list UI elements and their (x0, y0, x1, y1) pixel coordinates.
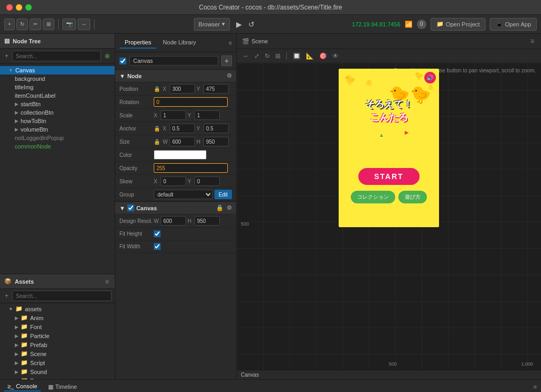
asset-item-font[interactable]: ▶ 📁 Font (0, 322, 115, 331)
rotation-input[interactable] (154, 97, 228, 107)
size-w-input[interactable] (170, 137, 195, 146)
scene-tool-7[interactable]: 🎯 (318, 51, 329, 61)
asset-item-scene[interactable]: ▶ 📁 Scene (0, 349, 115, 358)
scene-menu-btn[interactable]: ≡ (529, 37, 536, 45)
tree-item-startbtn[interactable]: ▶ startBtn (0, 100, 115, 108)
fit-height-checkbox[interactable] (154, 230, 161, 237)
gear-icon[interactable]: ⚙ (227, 204, 232, 211)
design-resol-inputs: W H (154, 216, 232, 226)
sound-button[interactable]: 🔊 (424, 72, 436, 83)
assets-toolbar: + (0, 289, 115, 303)
tree-item-volumebtn[interactable]: ▶ volumeBtn (0, 125, 115, 134)
grid-btn[interactable]: ⊞ (43, 18, 54, 30)
camera-btn[interactable]: 📷 (62, 18, 76, 30)
node-tree-search[interactable] (12, 51, 101, 61)
color-swatch[interactable] (154, 150, 207, 160)
skew-x-input[interactable] (161, 176, 186, 186)
y-label: Y (197, 86, 202, 92)
add-component-button[interactable]: + (221, 55, 232, 66)
refresh-btn[interactable]: ↻ (16, 18, 28, 30)
scene-tool-4[interactable]: ⊞ (274, 51, 282, 61)
move-btn[interactable]: ↔ (78, 18, 90, 30)
scene-tool-6[interactable]: 📐 (304, 51, 315, 61)
node-tree-header: ▤ Node Tree (0, 34, 115, 49)
gear-icon[interactable]: ⚙ (227, 72, 232, 79)
top-toolbar: + ↻ ✂ ⊞ 📷 ↔ Browser ▾ ▶ ↺ 172.19.94.81:7… (0, 15, 541, 34)
tree-item-popup[interactable]: notLoggedInPopup (0, 134, 115, 142)
assets-menu-btn[interactable]: ≡ (104, 277, 110, 286)
add-node-btn[interactable]: + (4, 18, 15, 30)
asset-item-anim[interactable]: ▶ 📁 Anim (0, 313, 115, 322)
canvas-visible-checkbox[interactable] (127, 204, 134, 211)
position-x-input[interactable] (170, 84, 195, 94)
asset-item-prefab[interactable]: ▶ 📁 Prefab (0, 340, 115, 349)
minimize-button[interactable] (16, 4, 22, 11)
rotation-label: Rotation (119, 99, 154, 105)
open-project-button[interactable]: 📁 Open Project (431, 18, 486, 31)
tree-item-canvas[interactable]: ▼ Canvas (0, 66, 115, 74)
assets-title: Assets (15, 278, 34, 285)
tab-timeline[interactable]: ▦ Timeline (45, 382, 80, 391)
window-controls[interactable] (6, 4, 32, 11)
fit-width-checkbox[interactable] (154, 243, 161, 250)
position-y-input[interactable] (203, 84, 229, 94)
tree-item-label: Canvas (15, 67, 35, 73)
design-h-input[interactable] (194, 216, 220, 226)
start-button-visual[interactable]: START (358, 168, 419, 185)
asset-item-texture[interactable]: ▶ 📁 Texture (0, 376, 115, 379)
tab-properties[interactable]: Properties (119, 37, 156, 49)
design-w-input[interactable] (161, 216, 186, 226)
open-app-button[interactable]: 📱 Open App (490, 18, 537, 31)
assets-search[interactable] (12, 291, 111, 301)
tree-item-collectionbtn[interactable]: ▶ collectionBtn (0, 108, 115, 117)
refresh-scene-btn[interactable]: ↺ (248, 20, 255, 29)
tree-item-commonnode[interactable]: commonNode (0, 142, 115, 151)
scene-tool-5[interactable]: 🔲 (291, 51, 302, 61)
tab-node-library[interactable]: Node Library (157, 37, 201, 49)
scale-x-input[interactable] (161, 110, 186, 120)
scene-tool-2[interactable]: ⤢ (253, 51, 261, 61)
asset-item-sound[interactable]: ▶ 📁 Sound (0, 367, 115, 376)
edit-button[interactable]: Edit (214, 190, 232, 199)
tree-item-howtobtn[interactable]: ▶ howToBtn (0, 117, 115, 125)
tree-item-background[interactable]: background (0, 74, 115, 83)
size-h-input[interactable] (203, 137, 229, 146)
axis-label-500-y: 500 (241, 221, 249, 227)
collection-btn[interactable]: コレクション (351, 191, 395, 203)
node-visible-checkbox[interactable] (119, 58, 126, 64)
asset-item-assets[interactable]: ▼ 📁 assets (0, 304, 115, 313)
add-child-btn[interactable]: + (3, 52, 10, 60)
opacity-input[interactable] (154, 163, 228, 173)
play-button[interactable]: ▶ (236, 20, 242, 29)
main-layout: ▤ Node Tree + ⊕ ▼ Canvas background titl… (0, 34, 541, 379)
scene-tool-1[interactable]: ↔ (241, 51, 250, 61)
expand-all-btn[interactable]: ⊕ (103, 52, 111, 60)
skew-y-input[interactable] (194, 176, 220, 186)
canvas-section: ▼ Canvas 🔒 ⚙ Design Resol. W H (115, 201, 236, 253)
scene-tool-8[interactable]: 👁 (331, 51, 340, 61)
lock-icon[interactable]: 🔒 (216, 204, 223, 211)
add-asset-btn[interactable]: + (3, 292, 10, 300)
group-select[interactable]: default (154, 190, 213, 199)
node-name-input[interactable] (129, 56, 218, 66)
asset-item-particle[interactable]: ▶ 📁 Particle (0, 331, 115, 340)
cut-btn[interactable]: ✂ (30, 18, 41, 30)
scene-tool-3[interactable]: ↻ (263, 51, 272, 61)
play-btn-visual[interactable]: 遊び方 (398, 191, 427, 203)
anchor-y-input[interactable] (203, 124, 229, 133)
scene-content[interactable]: Drag with right mouse button to pan view… (237, 63, 541, 379)
tab-console[interactable]: ≥_ Console (4, 382, 41, 391)
game-subtitle: こんたろ (341, 111, 436, 124)
browser-dropdown[interactable]: Browser ▾ (194, 18, 230, 31)
asset-item-script[interactable]: ▶ 📁 Script (0, 358, 115, 367)
anchor-x-input[interactable] (170, 124, 195, 133)
properties-menu-icon[interactable]: ≡ (229, 40, 232, 46)
tree-item-itemcountlabel[interactable]: itemCountLabel (0, 91, 115, 100)
expand-icon: ▶ (15, 101, 18, 107)
scale-y-input[interactable] (194, 110, 220, 120)
console-menu-icon[interactable]: ≡ (534, 384, 537, 390)
opacity-label: Opacity (119, 165, 154, 171)
maximize-button[interactable] (25, 4, 32, 11)
close-button[interactable] (6, 4, 13, 11)
tree-item-titleimg[interactable]: titleImg (0, 83, 115, 91)
